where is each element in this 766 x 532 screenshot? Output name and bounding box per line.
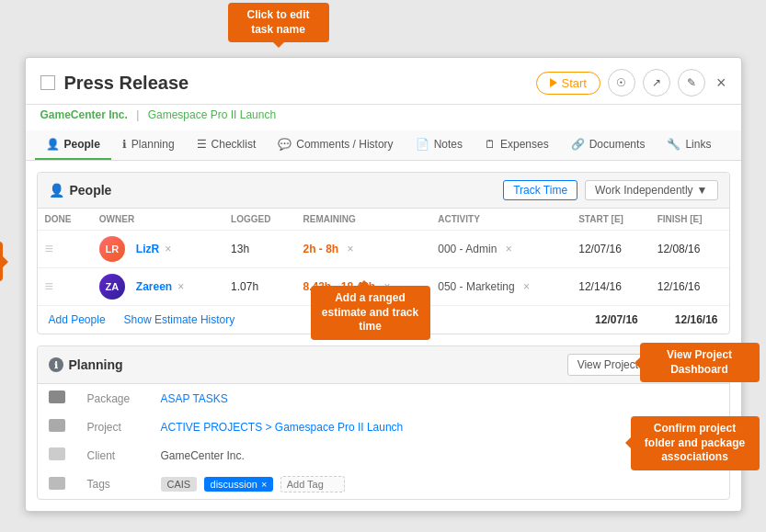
close-button[interactable]: × bbox=[716, 74, 726, 93]
header-left: Press Release bbox=[40, 73, 189, 94]
remove-person-2[interactable]: × bbox=[177, 280, 184, 293]
tooltip-view-dashboard: View Project Dashboard bbox=[640, 343, 760, 382]
row-logged-1: 13h bbox=[223, 231, 295, 268]
people-section-header: 👤 People Track Time Work Independently ▼ bbox=[38, 173, 729, 209]
header-right: Start ☉ ↗ ✎ × bbox=[536, 69, 726, 96]
client-icon bbox=[49, 447, 65, 460]
total-start: 12/07/16 bbox=[595, 313, 638, 326]
row-logged-2: 1.07h bbox=[223, 268, 295, 306]
row-start-1: 12/07/16 bbox=[571, 231, 650, 268]
remove-tag-discussion[interactable]: × bbox=[261, 479, 267, 490]
edit-button[interactable]: ✎ bbox=[678, 69, 705, 96]
task-checkbox[interactable] bbox=[40, 75, 55, 90]
project-path-link[interactable]: ACTIVE PROJECTS > Gamespace Pro II Launc… bbox=[161, 421, 404, 434]
package-label: Package bbox=[76, 384, 150, 413]
person-name-lizr[interactable]: LizR bbox=[136, 243, 159, 255]
planning-row-package: Package ASAP TASKS bbox=[38, 384, 729, 413]
list-icon: ☰ bbox=[197, 138, 207, 151]
people-section-title: 👤 People bbox=[49, 183, 112, 198]
tooltip-edit-task: Click to edit task name bbox=[228, 3, 329, 42]
tab-expenses[interactable]: 🗒 Expenses bbox=[474, 130, 560, 160]
planning-section: ℹ Planning View Project Dashboard ↗ Pack… bbox=[37, 345, 730, 500]
row-done-1: ≡ bbox=[38, 231, 92, 268]
row-finish-2: 12/16/16 bbox=[650, 268, 729, 306]
col-logged: LOGGED bbox=[223, 209, 295, 231]
documents-icon: 🔗 bbox=[571, 138, 585, 151]
project-row-icon-cell bbox=[38, 413, 76, 441]
tooltip-confirm-project: Confirm project folder and package assoc… bbox=[631, 416, 760, 470]
share-button[interactable]: ↗ bbox=[643, 69, 670, 96]
tab-checklist[interactable]: ☰ Checklist bbox=[186, 130, 268, 160]
start-button[interactable]: Start bbox=[536, 72, 600, 95]
col-remaining: REMAINING bbox=[295, 209, 430, 231]
table-row: ≡ LR LizR × 13h 2h - 8h × bbox=[38, 231, 729, 268]
tags-icon bbox=[49, 477, 65, 490]
tag-discussion: discussion × bbox=[204, 477, 274, 492]
tab-notes[interactable]: 📄 Notes bbox=[405, 130, 474, 160]
row-owner-1: LR LizR × bbox=[92, 231, 223, 268]
drag-handle-icon[interactable]: ≡ bbox=[45, 278, 53, 294]
client-row-icon-cell bbox=[38, 441, 76, 470]
package-row-icon-cell bbox=[38, 384, 76, 413]
row-owner-2: ZA Zareen × bbox=[92, 268, 223, 306]
tab-people[interactable]: 👤 People bbox=[35, 130, 111, 160]
tab-comments[interactable]: 💬 Comments / History bbox=[267, 130, 404, 160]
tags-cell: CAIS discussion × bbox=[150, 470, 729, 499]
package-icon bbox=[49, 391, 65, 403]
task-title[interactable]: Press Release bbox=[64, 73, 189, 94]
tabs-bar: 👤 People ℹ Planning ☰ Checklist 💬 Commen… bbox=[26, 130, 741, 161]
people-icon: 👤 bbox=[49, 183, 64, 198]
play-icon bbox=[550, 78, 557, 87]
row-activity-2: 050 - Marketing × bbox=[430, 268, 571, 306]
tab-documents[interactable]: 🔗 Documents bbox=[560, 130, 657, 160]
col-activity: ACTIVITY bbox=[430, 209, 571, 231]
company-link[interactable]: GameCenter Inc. bbox=[40, 108, 128, 121]
tags-label: Tags bbox=[76, 470, 150, 499]
row-activity-1: 000 - Admin × bbox=[430, 231, 571, 268]
person-name-zareen[interactable]: Zareen bbox=[136, 280, 172, 293]
drag-handle-icon[interactable]: ≡ bbox=[45, 241, 53, 256]
modal-header: Press Release Start ☉ ↗ ✎ × bbox=[26, 58, 741, 105]
col-start: START [E] bbox=[571, 209, 650, 231]
tags-row-icon-cell bbox=[38, 470, 76, 499]
project-link[interactable]: Gamespace Pro II Launch bbox=[148, 108, 276, 121]
tab-links[interactable]: 🔧 Links bbox=[656, 130, 722, 160]
project-icon bbox=[49, 419, 65, 432]
avatar-lizr: LR bbox=[99, 236, 125, 262]
notes-icon: 📄 bbox=[416, 138, 429, 151]
tooltip-add-owners: Add multiple task owners bbox=[0, 242, 3, 281]
share-icon: ↗ bbox=[652, 76, 661, 89]
package-value: ASAP TASKS bbox=[150, 384, 729, 413]
package-link[interactable]: ASAP TASKS bbox=[161, 392, 228, 405]
row-finish-1: 12/08/16 bbox=[650, 231, 729, 268]
remove-activity-1[interactable]: × bbox=[506, 243, 512, 255]
col-done: DONE bbox=[38, 209, 92, 231]
comment-icon: 💬 bbox=[278, 138, 292, 151]
people-section-actions: Track Time Work Independently ▼ bbox=[503, 180, 717, 200]
expenses-icon: 🗒 bbox=[485, 138, 496, 151]
track-time-button[interactable]: Track Time bbox=[503, 180, 577, 200]
tab-planning[interactable]: ℹ Planning bbox=[111, 130, 186, 160]
project-label: Project bbox=[76, 413, 150, 441]
col-owner: OWNER bbox=[92, 209, 223, 231]
work-independently-button[interactable]: Work Independently ▼ bbox=[585, 180, 717, 200]
row-start-2: 12/14/16 bbox=[571, 268, 650, 306]
modal-subtitle: GameCenter Inc. | Gamespace Pro II Launc… bbox=[26, 105, 741, 130]
show-estimate-link[interactable]: Show Estimate History bbox=[124, 313, 235, 326]
add-people-link[interactable]: Add People bbox=[49, 313, 106, 326]
total-finish: 12/16/16 bbox=[675, 313, 718, 326]
subtitle-separator: | bbox=[136, 108, 139, 121]
planning-icon: ℹ bbox=[49, 357, 63, 372]
links-icon: 🔧 bbox=[667, 138, 680, 151]
remove-remaining-1[interactable]: × bbox=[348, 243, 354, 255]
pencil-icon: ✎ bbox=[687, 76, 696, 89]
remove-person-1[interactable]: × bbox=[165, 243, 171, 255]
add-tag-input[interactable] bbox=[280, 476, 345, 492]
planning-row-project: Project ACTIVE PROJECTS > Gamespace Pro … bbox=[38, 413, 729, 441]
rss-button[interactable]: ☉ bbox=[608, 69, 635, 96]
tooltip-ranged-estimate: Add a ranged estimate and track time bbox=[311, 286, 430, 340]
remove-activity-2[interactable]: × bbox=[523, 280, 530, 293]
chevron-down-icon: ▼ bbox=[697, 184, 708, 197]
footer-dates: 12/07/16 12/16/16 bbox=[595, 313, 717, 326]
planning-section-header: ℹ Planning View Project Dashboard ↗ bbox=[38, 346, 729, 384]
